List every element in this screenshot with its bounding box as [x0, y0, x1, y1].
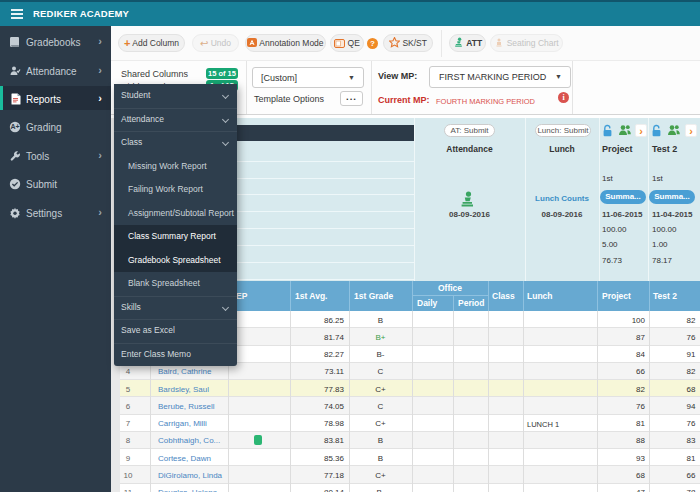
- svg-text:A+: A+: [10, 123, 19, 130]
